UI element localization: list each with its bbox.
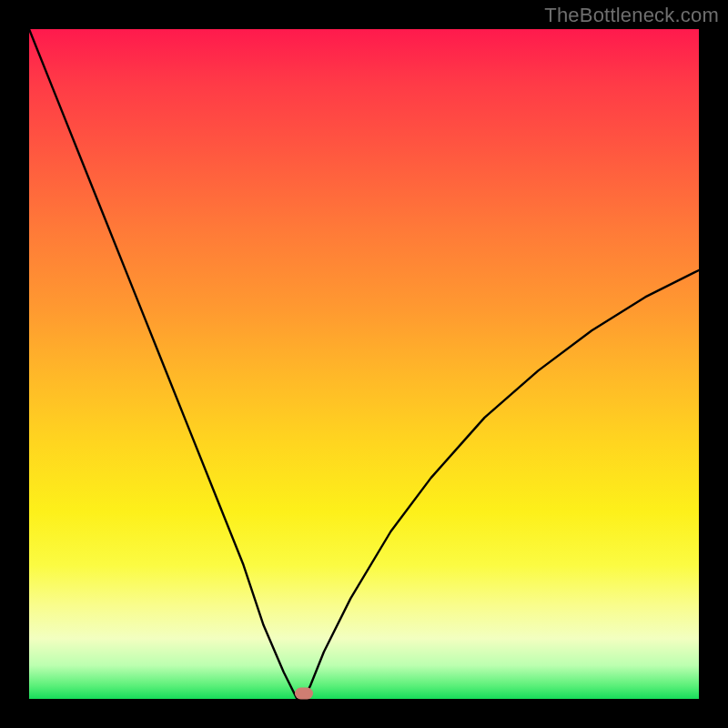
bottleneck-curve xyxy=(29,29,699,699)
curve-svg xyxy=(29,29,699,699)
optimum-marker xyxy=(295,688,313,700)
watermark-label: TheBottleneck.com xyxy=(544,4,719,27)
chart-stage: TheBottleneck.com xyxy=(0,0,728,728)
plot-area xyxy=(29,29,699,699)
